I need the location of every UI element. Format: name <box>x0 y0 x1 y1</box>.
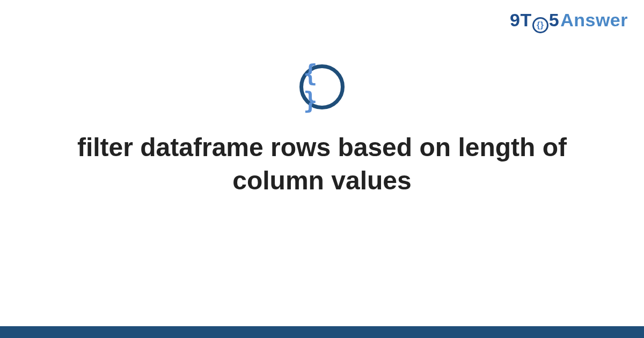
logo-text-5: 5 <box>549 10 559 31</box>
code-braces-icon: { } <box>299 64 345 109</box>
main-content: { } filter dataframe rows based on lengt… <box>0 64 644 198</box>
logo-o-icon: {} <box>532 17 548 33</box>
site-logo: 9T {} 5 Answer <box>510 10 628 32</box>
logo-text-answer: Answer <box>560 10 628 31</box>
footer-bar <box>0 326 644 338</box>
logo-text-9t: 9T <box>510 10 532 31</box>
page-title: filter dataframe rows based on length of… <box>54 131 590 198</box>
